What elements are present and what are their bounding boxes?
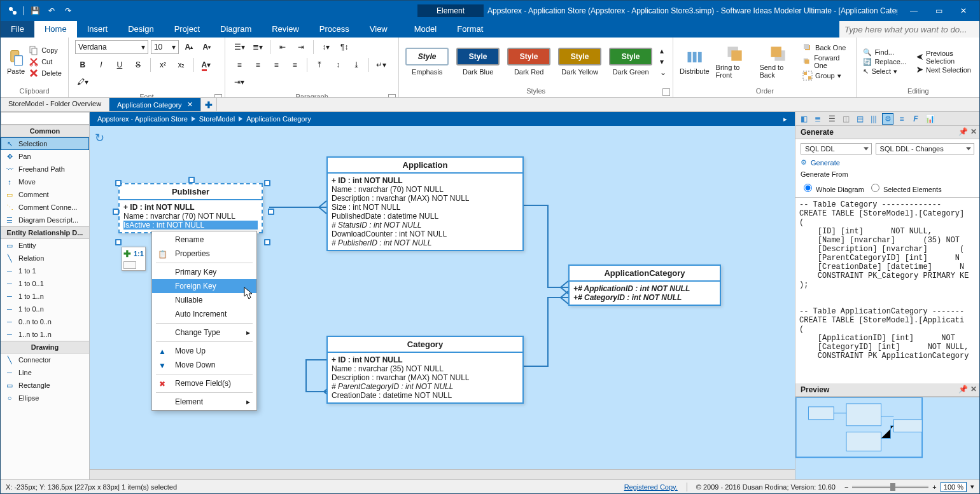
style-emphasis[interactable]: StyleEmphasis bbox=[405, 48, 449, 76]
tool-0nto0n[interactable]: ─0..n to 0..n bbox=[1, 315, 89, 328]
bold-icon[interactable]: B bbox=[75, 58, 90, 72]
cm-primary-key[interactable]: Primary Key bbox=[152, 265, 256, 279]
relationship-square-icon[interactable] bbox=[123, 261, 136, 269]
tool-1to0n[interactable]: ─1 to 0..n bbox=[1, 303, 89, 315]
panel-icon-10[interactable]: 📊 bbox=[924, 113, 935, 125]
tool-comment-conn[interactable]: ⋱Comment Conne... bbox=[1, 201, 89, 214]
bring-front-button[interactable]: Bring to Front bbox=[716, 45, 753, 79]
registered-link[interactable]: Registered Copy. bbox=[624, 483, 678, 491]
group-button[interactable]: Group ▾ bbox=[802, 71, 850, 81]
panel-icon-1[interactable]: ◧ bbox=[798, 113, 809, 125]
style-scroll-up-icon[interactable]: ▴ bbox=[660, 46, 666, 55]
zoom-value[interactable]: 100 % bbox=[941, 482, 967, 492]
minimize-button[interactable]: — bbox=[910, 6, 918, 15]
redo-icon[interactable]: ↷ bbox=[62, 5, 74, 17]
tool-line[interactable]: ─Line bbox=[1, 366, 89, 379]
replace-button[interactable]: 🔄Replace... bbox=[863, 58, 906, 66]
attr-row[interactable]: Name : nvarchar (70) NOT NULL bbox=[332, 185, 519, 194]
resize-handle[interactable] bbox=[188, 177, 195, 183]
valign-top-icon[interactable]: ⤒ bbox=[312, 58, 327, 72]
pin-icon[interactable]: 📌 bbox=[958, 385, 968, 394]
attr-row[interactable]: + ID : int NOT NULL bbox=[332, 176, 519, 185]
attr-row[interactable]: # StatusID : int NOT NULL bbox=[332, 221, 519, 230]
cm-element[interactable]: Element bbox=[152, 395, 256, 409]
diagram-canvas[interactable]: ↻ Publisher + ID : int NOT NULL Name : n… bbox=[90, 126, 795, 479]
close-panel-icon[interactable]: ✕ bbox=[970, 127, 977, 136]
style-darkgreen[interactable]: StyleDark Green bbox=[609, 48, 652, 76]
menu-project[interactable]: Project bbox=[164, 21, 210, 38]
attr-row[interactable]: + ID : int NOT NULL bbox=[332, 355, 519, 364]
attr-row[interactable]: +# CategoryID : int NOT NULL bbox=[573, 293, 716, 302]
style-darkblue[interactable]: StyleDark Blue bbox=[456, 48, 500, 76]
style-darkred[interactable]: StyleDark Red bbox=[507, 48, 550, 76]
resize-handle[interactable] bbox=[113, 209, 119, 215]
attr-row[interactable]: # ParentCategoryID : int NOT NULL bbox=[332, 382, 519, 391]
cm-nullable[interactable]: Nullable bbox=[152, 293, 256, 307]
shrink-font-icon[interactable]: A▾ bbox=[199, 40, 214, 54]
panel-icon-9[interactable]: F bbox=[910, 113, 921, 125]
tab-icon[interactable]: ⇥▾ bbox=[232, 75, 247, 89]
tool-diagram-desc[interactable]: ☰Diagram Descript... bbox=[1, 214, 89, 226]
tool-entity[interactable]: ▭Entity bbox=[1, 239, 89, 252]
prev-selection-button[interactable]: ⮜Previous Selection bbox=[916, 50, 973, 65]
undo-icon[interactable]: ↶ bbox=[46, 5, 57, 17]
menu-view[interactable]: View bbox=[360, 21, 398, 38]
new-tab-button[interactable]: ✚ bbox=[201, 98, 217, 111]
menu-review[interactable]: Review bbox=[262, 21, 309, 38]
panel-icon-6[interactable]: ||| bbox=[868, 113, 879, 125]
style-gallery-icon[interactable]: ⌄ bbox=[660, 68, 666, 77]
attr-row[interactable]: Description : nvarchar (MAX) NOT NULL bbox=[332, 194, 519, 203]
attr-row[interactable]: Name : nvarchar (35) NOT NULL bbox=[332, 364, 519, 373]
menu-process[interactable]: Process bbox=[309, 21, 360, 38]
cm-move-down[interactable]: ▼Move Down bbox=[152, 358, 256, 372]
attr-row[interactable]: Description : nvarchar (MAX) NOT NULL bbox=[332, 373, 519, 382]
generate-template-combo[interactable]: SQL DDL - Changes bbox=[876, 143, 974, 154]
tell-me-search[interactable] bbox=[839, 21, 979, 38]
attr-row[interactable]: + ID : int NOT NULL bbox=[123, 203, 258, 212]
valign-mid-icon[interactable]: ↕ bbox=[330, 58, 346, 72]
superscript-icon[interactable]: x² bbox=[155, 58, 171, 72]
bc-project[interactable]: Appstorex - Application Store bbox=[97, 115, 188, 123]
toolbox-header-common[interactable]: Common bbox=[1, 125, 89, 137]
maximize-button[interactable]: ▭ bbox=[935, 6, 942, 15]
resize-handle[interactable] bbox=[264, 239, 270, 245]
tool-freehand[interactable]: 〰Freehand Path bbox=[1, 163, 89, 175]
indent-icon[interactable]: ⇥ bbox=[293, 40, 309, 54]
underline-icon[interactable]: U bbox=[112, 58, 127, 72]
font-size-combo[interactable]: 10▾ bbox=[151, 40, 179, 54]
entity-application[interactable]: Application + ID : int NOT NULL Name : n… bbox=[326, 156, 524, 251]
close-tab-icon[interactable]: ✕ bbox=[187, 100, 193, 109]
attr-row-selected[interactable]: IsActive : int NOT NULL bbox=[123, 221, 258, 230]
attr-row[interactable]: +# ApplicationID : int NOT NULL bbox=[573, 284, 716, 293]
tool-pan[interactable]: ✥Pan bbox=[1, 150, 89, 163]
subscript-icon[interactable]: x₂ bbox=[174, 58, 189, 72]
generate-lang-combo[interactable]: SQL DDL bbox=[801, 143, 872, 154]
close-panel-icon[interactable]: ✕ bbox=[970, 385, 977, 394]
attr-row[interactable]: PublishedDate : datetime NULL bbox=[332, 212, 519, 221]
zoom-dropdown-icon[interactable]: ▾ bbox=[970, 483, 974, 491]
menu-design[interactable]: Design bbox=[118, 21, 164, 38]
close-button[interactable]: ✕ bbox=[960, 6, 967, 15]
back-one-button[interactable]: Back One bbox=[802, 43, 850, 53]
zoom-control[interactable]: − + 100 % ▾ bbox=[844, 482, 974, 492]
align-center-icon[interactable]: ≡ bbox=[250, 58, 265, 72]
attr-row[interactable]: # PublisherID : int NOT NULL bbox=[332, 238, 519, 247]
panel-icon-4[interactable]: ◫ bbox=[840, 113, 851, 125]
numbering-icon[interactable]: ≣▾ bbox=[250, 40, 265, 54]
tool-comment[interactable]: ▭Comment bbox=[1, 188, 89, 201]
toolbox-header-drawing[interactable]: Drawing bbox=[1, 341, 89, 353]
tell-me-input[interactable] bbox=[839, 21, 979, 38]
cm-foreign-key[interactable]: Foreign Key bbox=[152, 279, 256, 293]
cm-remove-field[interactable]: ✖Remove Field(s) bbox=[152, 376, 256, 390]
menu-home[interactable]: Home bbox=[34, 21, 77, 38]
tab-application-category[interactable]: Application Category✕ bbox=[109, 98, 201, 111]
attr-row[interactable]: DownloadCounter : int NOT NULL bbox=[332, 230, 519, 238]
find-button[interactable]: 🔍Find... bbox=[863, 48, 906, 57]
save-icon[interactable]: 💾 bbox=[29, 5, 41, 17]
align-left-icon[interactable]: ≡ bbox=[232, 58, 247, 72]
strike-icon[interactable]: S bbox=[130, 58, 146, 72]
panel-icon-2[interactable]: ≣ bbox=[812, 113, 823, 125]
menu-diagram[interactable]: Diagram bbox=[210, 21, 262, 38]
relationship-popup[interactable]: ✚1:1 bbox=[122, 247, 146, 271]
next-selection-button[interactable]: ⮞Next Selection bbox=[916, 66, 973, 74]
